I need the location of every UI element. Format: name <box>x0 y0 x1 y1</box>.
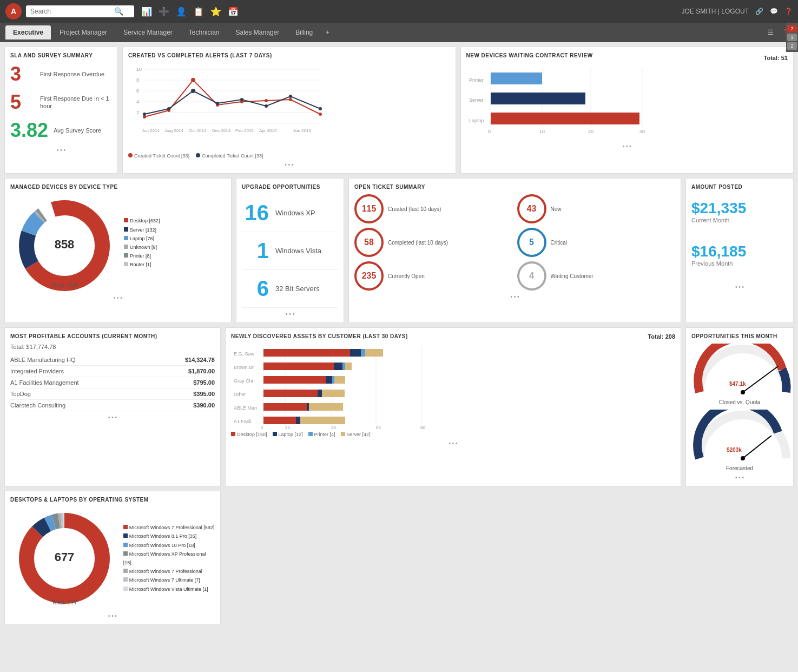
svg-text:858: 858 <box>55 238 75 251</box>
svg-point-103 <box>741 456 745 460</box>
new-assets-more[interactable]: • • • <box>231 440 675 446</box>
account-amount-3: $795.00 <box>193 379 215 386</box>
account-name-5: Clarotech Consulting <box>10 402 65 409</box>
new-devices-more[interactable]: • • • <box>466 143 788 149</box>
list-icon[interactable]: 📋 <box>193 6 204 17</box>
account-row-1: ABLE Manufacturing HQ $14,324.78 <box>10 354 215 366</box>
account-name-3: A1 Facilities Management <box>10 379 79 386</box>
svg-text:0.01k: 0.01k <box>697 463 708 464</box>
svg-rect-85 <box>263 390 318 397</box>
tab-billing[interactable]: Billing <box>288 25 320 39</box>
svg-text:20: 20 <box>285 425 290 430</box>
account-row-2: Integrated Providers $1,870.00 <box>10 366 215 377</box>
os-donut-svg: 677 Total: 677 <box>10 507 118 610</box>
sidebar-badge-2[interactable]: 2 <box>787 42 797 50</box>
account-amount-4: $395.00 <box>193 391 215 397</box>
managed-devices-donut: 858 Total: 858 <box>10 194 118 292</box>
managed-devices-more[interactable]: • • • <box>10 295 226 301</box>
logo[interactable]: A <box>5 3 22 19</box>
new-devices-panel: NEW DEVICES WAITING CONTRACT REVIEW Tota… <box>460 47 794 174</box>
desktops-os-title: DESKTOPS & LAPTOPS BY OPERATING SYSTEM <box>10 497 215 503</box>
ticket-grid: 115 Created (last 10 days) 43 New 58 Com… <box>354 194 675 291</box>
svg-text:40: 40 <box>331 425 336 430</box>
amount-previous-label: Previous Month <box>691 260 788 267</box>
svg-text:Jun 2014: Jun 2014 <box>142 128 160 133</box>
alerts-more[interactable]: • • • <box>128 162 450 168</box>
svg-rect-84 <box>334 376 345 384</box>
svg-text:Jun 2015: Jun 2015 <box>293 128 311 133</box>
svg-rect-90 <box>307 403 309 411</box>
svg-text:30: 30 <box>639 129 645 134</box>
svg-rect-92 <box>309 403 343 411</box>
amount-posted-panel: AMOUNT POSTED $21,335 Current Month $16,… <box>685 178 794 323</box>
svg-point-26 <box>319 107 322 110</box>
svg-text:$203k: $203k <box>727 447 742 453</box>
tab-project-manager[interactable]: Project Manager <box>52 25 115 39</box>
tab-sales-manager[interactable]: Sales Manager <box>228 25 287 39</box>
svg-point-25 <box>289 95 292 98</box>
new-devices-chart: 0 10 20 30 Printer Server Laptop <box>466 63 667 139</box>
account-amount-1: $14,324.78 <box>185 357 215 363</box>
ticket-label-5: Currently Open <box>388 273 425 280</box>
user-icon[interactable]: 👤 <box>176 6 187 17</box>
svg-text:Other: Other <box>234 392 246 397</box>
tab-technician[interactable]: Technician <box>181 25 227 39</box>
os-more[interactable]: • • • <box>10 613 215 619</box>
plus-icon[interactable]: ➕ <box>159 6 169 17</box>
calendar-icon[interactable]: 📅 <box>228 6 239 17</box>
svg-text:0: 0 <box>261 425 263 430</box>
amount-more[interactable]: • • • <box>691 284 788 290</box>
opportunities-panel: OPPORTUNITIES THIS MONTH 0.01 <box>685 327 794 486</box>
svg-text:60: 60 <box>376 425 381 430</box>
tickets-more[interactable]: • • • <box>354 294 675 300</box>
upgrade-more[interactable]: • • • <box>242 311 338 317</box>
sidebar-badge-7[interactable]: 7 <box>787 25 797 32</box>
open-tickets-title: OPEN TICKET SUMMARY <box>354 184 675 190</box>
main-dashboard: SLA AND SURVEY SUMMARY 3 First Response … <box>0 42 798 629</box>
amount-previous-value: $16,185 <box>691 243 788 260</box>
tab-bar: Executive Project Manager Service Manage… <box>0 23 798 42</box>
new-devices-total: Total: 51 <box>764 55 788 61</box>
svg-point-22 <box>216 102 219 105</box>
account-amount-5: $390.00 <box>193 402 215 409</box>
search-input[interactable] <box>30 8 111 15</box>
dashboard: SLA AND SURVEY SUMMARY 3 First Response … <box>4 47 794 625</box>
svg-rect-79 <box>342 363 345 370</box>
sla-metric-3: 3.82 Avg Survey Score <box>10 119 112 142</box>
ticket-label-3: Completed (last 10 days) <box>388 239 448 246</box>
svg-text:Brown Br: Brown Br <box>234 365 254 370</box>
chat-icon[interactable]: 💬 <box>770 8 778 15</box>
opportunities-more[interactable]: • • • <box>691 475 788 480</box>
upgrade-opps-panel: UPGRADE OPPORTUNITIES 16 Windows XP 1 Wi… <box>236 178 344 323</box>
nav-icons: 📊 ➕ 👤 📋 ⭐ 📅 <box>141 6 239 17</box>
profitable-accounts-panel: MOST PROFITABLE ACCOUNTS (CURRENT MONTH)… <box>4 327 221 486</box>
ticket-circle-5: 235 <box>354 261 384 291</box>
svg-point-21 <box>191 89 195 93</box>
profitable-more[interactable]: • • • <box>10 414 215 420</box>
upgrade-label-1: Windows XP <box>275 209 315 217</box>
managed-devices-legend: Desktop [632] Server [132] Laptop [76] U… <box>124 216 160 269</box>
tab-add-button[interactable]: + <box>321 27 334 38</box>
row4: DESKTOPS & LAPTOPS BY OPERATING SYSTEM 6… <box>4 491 794 625</box>
menu-icon[interactable]: ☰ <box>766 27 776 38</box>
nav-right: JOE SMITH | LOGOUT 🔗 💬 ❓ <box>682 8 793 15</box>
row1: SLA AND SURVEY SUMMARY 3 First Response … <box>4 47 794 174</box>
search-icon[interactable]: 🔍 <box>114 7 123 16</box>
chart-icon[interactable]: 📊 <box>141 6 152 17</box>
help-icon[interactable]: ❓ <box>784 8 793 15</box>
search-box[interactable]: 🔍 <box>26 5 134 17</box>
ticket-label-6: Waiting Customer <box>551 273 593 280</box>
tab-executive[interactable]: Executive <box>5 25 51 39</box>
star-icon[interactable]: ⭐ <box>210 6 221 17</box>
ticket-item-1: 115 Created (last 10 days) <box>354 194 513 223</box>
svg-rect-74 <box>350 349 361 357</box>
sidebar-badge-1[interactable]: 1 <box>787 34 797 41</box>
svg-point-20 <box>167 107 170 110</box>
sla-more[interactable]: • • • <box>10 147 112 153</box>
svg-text:10: 10 <box>539 129 545 134</box>
tab-service-manager[interactable]: Service Manager <box>116 25 180 39</box>
svg-rect-77 <box>263 363 334 370</box>
link-icon[interactable]: 🔗 <box>755 8 763 15</box>
svg-text:Oct 2014: Oct 2014 <box>189 128 207 133</box>
svg-point-13 <box>191 78 195 82</box>
